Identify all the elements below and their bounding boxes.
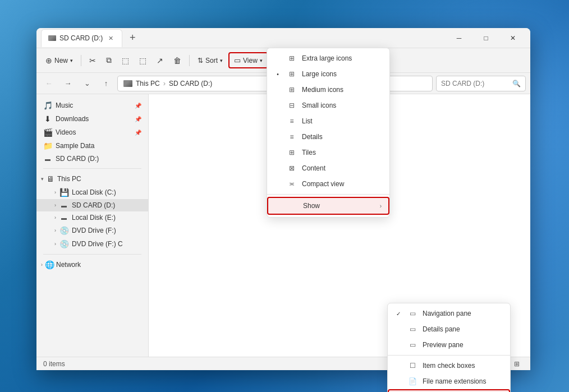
tiles-label: Tiles — [302, 149, 316, 156]
items-count: 0 items — [43, 360, 65, 368]
share-icon: ↗ — [157, 56, 163, 65]
cut-icon: ✂ — [89, 56, 96, 65]
dropdown-item-extra-large[interactable]: ⊞ Extra large icons — [267, 50, 389, 66]
file-ext-label: File name extensions — [423, 377, 486, 385]
this-pc-icon: 🖥 — [46, 174, 55, 183]
sidebar-item-music[interactable]: 🎵 Music 📌 — [36, 99, 148, 112]
local-e-label: Local Disk (E:) — [72, 214, 116, 222]
view-button[interactable]: ▭ View ▾ — [228, 52, 268, 68]
submenu-item-nav-pane[interactable]: ✓ ▭ Navigation pane — [388, 306, 510, 321]
sidebar-item-local-e[interactable]: › ▬ Local Disk (E:) — [36, 211, 148, 224]
delete-button[interactable]: 🗑 — [169, 53, 186, 68]
small-icon: ⊟ — [287, 102, 296, 109]
tab-label: SD CARD (D:) — [59, 34, 103, 42]
show-submenu: ✓ ▭ Navigation pane ▭ Details pane ▭ Pre… — [387, 303, 511, 392]
view-icon: ▭ — [234, 56, 241, 64]
this-pc-crumb[interactable]: This PC — [136, 80, 160, 87]
dropdown-item-small[interactable]: ⊟ Small icons — [267, 98, 389, 113]
dropdown-item-compact[interactable]: ≍ Compact view — [267, 176, 389, 192]
new-icon: ⊕ — [45, 56, 52, 65]
window-tab[interactable]: SD CARD (D:) ✕ — [41, 29, 122, 47]
dropdown-separator — [267, 194, 389, 195]
this-pc-label: This PC — [57, 175, 81, 183]
large-label: Large icons — [302, 70, 337, 78]
sidebar-item-videos[interactable]: 🎬 Videos 📌 — [36, 126, 148, 139]
submenu-item-hidden-items[interactable]: 👁 Hidden items — [388, 389, 510, 392]
sidebar-divider-1 — [43, 168, 141, 169]
submenu-item-preview-pane[interactable]: ▭ Preview pane — [388, 337, 510, 353]
title-bar: SD CARD (D:) ✕ + ─ □ ✕ — [36, 28, 530, 48]
minimize-button[interactable]: ─ — [446, 29, 472, 47]
tab-icon — [48, 35, 56, 41]
copy-button[interactable]: ⧉ — [102, 53, 116, 68]
preview-pane-label: Preview pane — [423, 341, 464, 349]
sidebar-item-sample-data[interactable]: 📁 Sample Data — [36, 139, 148, 153]
dvd-fc-label: DVD Drive (F:) C — [72, 240, 123, 248]
paste-button[interactable]: ⬚ — [117, 53, 134, 68]
dvd-fc-chevron: › — [54, 241, 56, 247]
sidebar-item-label: SD CARD (D:) — [56, 155, 99, 163]
compact-icon: ≍ — [287, 180, 296, 188]
local-e-chevron: › — [54, 215, 56, 220]
preview-pane-icon: ▭ — [408, 341, 417, 349]
submenu-separator — [388, 355, 510, 356]
search-box[interactable]: 🔍 — [436, 76, 526, 91]
back-button[interactable]: ← — [41, 76, 57, 91]
search-input[interactable] — [441, 80, 510, 87]
maximize-button[interactable]: □ — [473, 29, 499, 47]
forward-button[interactable]: → — [60, 76, 76, 91]
close-button[interactable]: ✕ — [500, 29, 526, 47]
list-icon: ≡ — [287, 117, 296, 125]
dvd-f-chevron: › — [54, 228, 56, 233]
dropdown-item-show[interactable]: Show › — [267, 197, 389, 215]
rename-button[interactable]: ⬚ — [135, 53, 151, 68]
sd-card-crumb[interactable]: SD CARD (D:) — [169, 80, 212, 87]
sidebar-item-sd-card[interactable]: › ▬ SD CARD (D:) — [36, 199, 148, 211]
submenu-item-check-boxes[interactable]: ☐ Item check boxes — [388, 358, 510, 373]
sidebar-item-downloads[interactable]: ⬇ Downloads 📌 — [36, 112, 148, 126]
extra-large-icon: ⊞ — [287, 54, 296, 62]
dropdown-item-details[interactable]: ≡ Details — [267, 129, 389, 145]
sidebar-item-local-c[interactable]: › 💾 Local Disk (C:) — [36, 186, 148, 199]
sort-label: Sort — [205, 57, 218, 64]
view-dropdown: ⊞ Extra large icons • ⊞ Large icons ⊞ Me… — [267, 48, 390, 218]
sidebar-item-label: Sample Data — [56, 142, 94, 150]
dvd-f-icon: 💿 — [59, 226, 68, 235]
extra-large-label: Extra large icons — [302, 54, 352, 62]
copy-icon: ⧉ — [106, 56, 112, 65]
this-pc-chevron: ▾ — [41, 176, 44, 182]
dropdown-item-list[interactable]: ≡ List — [267, 113, 389, 129]
share-button[interactable]: ↗ — [152, 53, 168, 68]
sidebar-item-dvd-f[interactable]: › 💿 DVD Drive (F:) — [36, 224, 148, 237]
submenu-item-file-extensions[interactable]: 📄 File name extensions — [388, 373, 510, 389]
content-label: Content — [302, 164, 325, 172]
network-icon: 🌐 — [45, 260, 54, 269]
dropdown-item-tiles[interactable]: ⊞ Tiles — [267, 145, 389, 160]
sd-card-label: SD CARD (D:) — [72, 201, 115, 209]
dropdown-item-content[interactable]: ⊠ Content — [267, 160, 389, 176]
sidebar-item-dvd-fc[interactable]: › 💿 DVD Drive (F:) C — [36, 237, 148, 251]
sort-button[interactable]: ⇅ Sort ▾ — [193, 54, 227, 67]
sidebar-this-pc-section[interactable]: ▾ 🖥 This PC — [36, 172, 148, 186]
local-c-icon: 💾 — [59, 188, 68, 197]
tab-close-button[interactable]: ✕ — [106, 34, 115, 43]
sd-icon: ▬ — [43, 156, 52, 162]
sidebar-network-section[interactable]: › 🌐 Network — [36, 258, 148, 271]
compact-label: Compact view — [302, 180, 344, 188]
cut-button[interactable]: ✂ — [85, 53, 100, 68]
up-button[interactable]: ↑ — [98, 76, 114, 91]
new-button[interactable]: ⊕ New ▾ — [41, 53, 77, 68]
details-pane-icon: ▭ — [408, 325, 417, 333]
local-e-icon: ▬ — [59, 215, 68, 221]
pin-icon-music: 📌 — [135, 103, 141, 109]
grid-view-toggle[interactable]: ⊞ — [510, 358, 524, 370]
submenu-item-details-pane[interactable]: ▭ Details pane — [388, 321, 510, 337]
new-tab-button[interactable]: + — [125, 30, 140, 46]
dropdown-item-large[interactable]: • ⊞ Large icons — [267, 66, 389, 82]
local-c-label: Local Disk (C:) — [72, 188, 116, 196]
sidebar-item-sd-card-pinned[interactable]: ▬ SD CARD (D:) — [36, 153, 148, 165]
dropdown-item-medium[interactable]: ⊞ Medium icons — [267, 82, 389, 98]
delete-icon: 🗑 — [173, 56, 181, 65]
recent-button[interactable]: ⌄ — [79, 76, 95, 91]
view-label: View — [243, 57, 258, 64]
